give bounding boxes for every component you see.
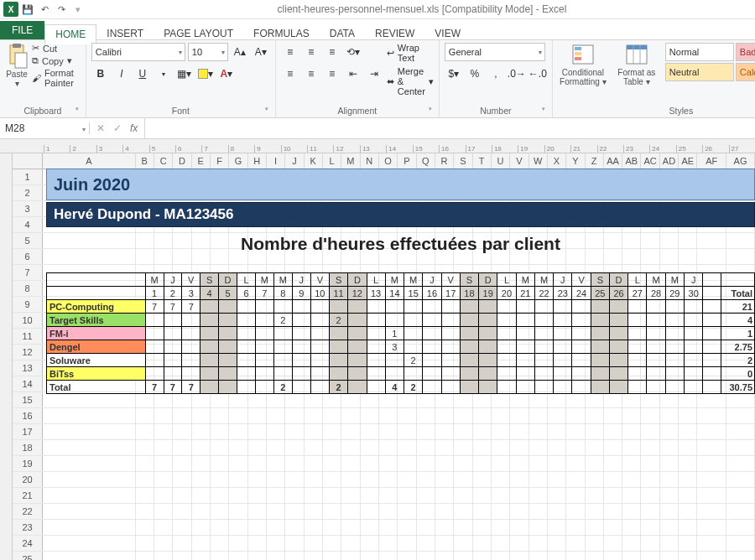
row-header[interactable]: 9 <box>13 297 43 312</box>
conditional-formatting-button[interactable]: Conditional Formatting ▾ <box>558 43 608 86</box>
col-header[interactable]: Q <box>417 153 435 169</box>
fx-icon[interactable]: fx <box>130 122 138 134</box>
comma-format-button[interactable]: , <box>487 65 505 83</box>
col-header[interactable]: D <box>173 153 191 169</box>
row-header[interactable]: 16 <box>13 408 43 423</box>
align-middle-icon[interactable]: ≡ <box>302 43 320 61</box>
row-header[interactable]: 13 <box>13 360 43 376</box>
merge-center-button[interactable]: ⬌Merge & Center ▾ <box>387 66 434 96</box>
col-header[interactable]: U <box>492 153 510 169</box>
col-header[interactable]: H <box>248 153 267 169</box>
formula-input[interactable] <box>144 118 755 138</box>
row-header[interactable]: 1 <box>13 169 43 184</box>
row-header[interactable]: 4 <box>13 217 43 232</box>
style-normal[interactable]: Normal <box>665 43 734 61</box>
qat-customize-icon[interactable]: ▾ <box>70 2 86 17</box>
chevron-down-icon[interactable]: ▾ <box>154 65 173 83</box>
column-headers[interactable]: ABCDEFGHIJKLMNOPQRSTUVWXYZAAABACADAEAFAG <box>13 153 755 169</box>
row-header[interactable]: 18 <box>13 440 43 455</box>
col-header[interactable]: AE <box>679 153 697 169</box>
row-header[interactable]: 3 <box>13 201 43 216</box>
undo-icon[interactable]: ↶ <box>37 2 52 17</box>
row-header[interactable]: 12 <box>13 345 43 360</box>
font-color-button[interactable]: A▾ <box>217 65 236 83</box>
row-header[interactable]: 15 <box>13 392 43 407</box>
orientation-icon[interactable]: ⟲▾ <box>344 43 362 61</box>
row-header[interactable]: 2 <box>13 185 43 200</box>
underline-button[interactable]: U <box>133 65 152 83</box>
align-left-icon[interactable]: ≡ <box>281 65 299 83</box>
col-header[interactable]: Y <box>566 153 585 169</box>
col-header[interactable]: P <box>398 153 416 169</box>
col-header[interactable]: L <box>323 153 341 169</box>
col-header[interactable]: AA <box>604 153 622 169</box>
increase-font-icon[interactable]: A▴ <box>231 43 249 61</box>
cell-styles-gallery[interactable]: NormalBadNeutralCalculation <box>665 43 755 81</box>
col-header[interactable]: X <box>548 153 566 169</box>
col-header[interactable]: AB <box>622 153 641 169</box>
align-center-icon[interactable]: ≡ <box>302 65 320 83</box>
enter-formula-icon[interactable]: ✓ <box>113 122 122 134</box>
col-header[interactable]: F <box>211 153 229 169</box>
italic-button[interactable]: I <box>112 65 131 83</box>
worksheet-grid[interactable]: ABCDEFGHIJKLMNOPQRSTUVWXYZAAABACADAEAFAG… <box>13 153 755 560</box>
wrap-text-button[interactable]: ↩Wrap Text <box>387 43 434 63</box>
align-top-icon[interactable]: ≡ <box>281 43 299 61</box>
decrease-decimal-button[interactable]: ←.0 <box>528 65 547 83</box>
col-header[interactable]: N <box>361 153 379 169</box>
col-header[interactable]: B <box>136 153 154 169</box>
fill-color-button[interactable]: ▾ <box>196 65 215 83</box>
number-format-select[interactable]: General <box>445 43 545 61</box>
name-box[interactable]: M28 <box>0 122 90 134</box>
col-header[interactable]: AC <box>641 153 659 169</box>
decrease-indent-icon[interactable]: ⇤ <box>344 65 362 83</box>
font-name-select[interactable]: Calibri <box>91 43 185 61</box>
decrease-font-icon[interactable]: A▾ <box>252 43 270 61</box>
col-header[interactable]: M <box>341 153 360 169</box>
style-calculation[interactable]: Calculation <box>736 63 755 81</box>
row-header[interactable]: 21 <box>13 488 43 503</box>
col-header[interactable]: V <box>510 153 528 169</box>
row-header[interactable]: 22 <box>13 504 43 519</box>
copy-button[interactable]: ⧉Copy ▾ <box>32 55 81 66</box>
row-header[interactable]: 25 <box>13 552 43 560</box>
col-header[interactable]: R <box>435 153 454 169</box>
col-header[interactable]: Z <box>586 153 604 169</box>
align-bottom-icon[interactable]: ≡ <box>323 43 341 61</box>
paste-button[interactable]: Paste ▾ <box>5 43 29 88</box>
redo-icon[interactable]: ↷ <box>54 2 69 17</box>
borders-button[interactable]: ▦▾ <box>175 65 194 83</box>
row-header[interactable]: 8 <box>13 281 43 296</box>
tab-home[interactable]: HOME <box>44 24 96 44</box>
col-header[interactable]: O <box>379 153 398 169</box>
increase-indent-icon[interactable]: ⇥ <box>365 65 383 83</box>
row-header[interactable]: 17 <box>13 424 43 439</box>
row-header[interactable]: 6 <box>13 249 43 264</box>
increase-decimal-button[interactable]: .0→ <box>508 65 526 83</box>
align-right-icon[interactable]: ≡ <box>323 65 341 83</box>
row-header[interactable]: 19 <box>13 456 43 471</box>
col-header[interactable]: T <box>473 153 492 169</box>
format-painter-button[interactable]: 🖌Format Painter <box>32 68 81 88</box>
font-size-select[interactable]: 10 <box>188 43 228 61</box>
row-header[interactable]: 10 <box>13 313 43 328</box>
col-header[interactable]: E <box>192 153 211 169</box>
col-header[interactable]: W <box>529 153 548 169</box>
cancel-formula-icon[interactable]: ✕ <box>96 122 105 134</box>
row-header[interactable]: 11 <box>13 329 43 344</box>
format-as-table-button[interactable]: Format as Table ▾ <box>612 43 662 86</box>
row-header[interactable]: 5 <box>13 233 43 248</box>
accounting-format-button[interactable]: $▾ <box>445 65 463 83</box>
percent-format-button[interactable]: % <box>466 65 484 83</box>
bold-button[interactable]: B <box>91 65 110 83</box>
row-header[interactable]: 14 <box>13 376 43 391</box>
col-header[interactable]: AD <box>660 153 679 169</box>
file-tab[interactable]: FILE <box>0 21 44 39</box>
col-header[interactable]: I <box>267 153 285 169</box>
col-header[interactable]: C <box>154 153 173 169</box>
col-header[interactable]: AG <box>726 153 755 169</box>
row-header[interactable]: 7 <box>13 265 43 280</box>
row-header[interactable]: 23 <box>13 520 43 535</box>
col-header[interactable]: A <box>43 153 135 169</box>
col-header[interactable]: G <box>229 153 247 169</box>
